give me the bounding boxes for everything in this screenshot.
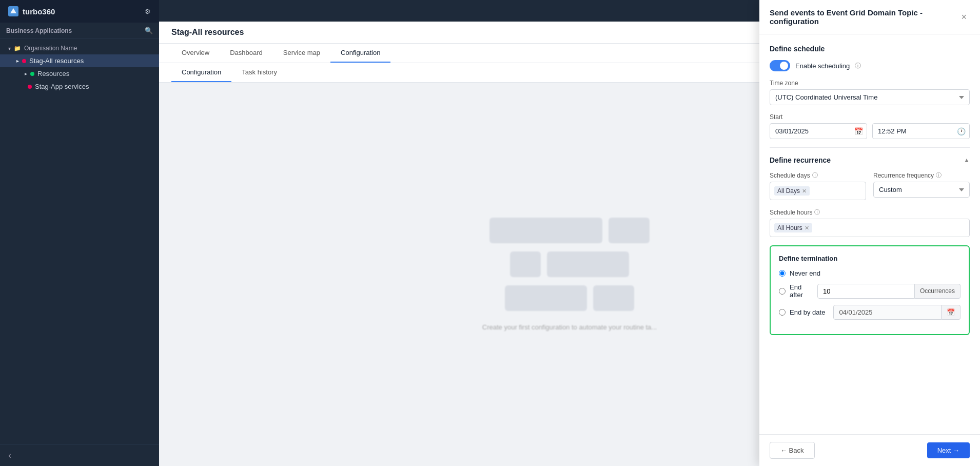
sidebar-item-stag-all[interactable]: ▸ Stag-All resources — [0, 54, 159, 67]
start-row: 📅 🕐 — [770, 123, 970, 139]
start-time-input[interactable] — [872, 123, 970, 139]
modal-footer: ← Back Next → — [759, 434, 980, 466]
schedule-days-input[interactable]: All Days ✕ — [770, 182, 866, 200]
recurrence-frequency-group: Recurrence frequency ⓘ Custom Daily Week… — [873, 171, 970, 200]
svg-marker-0 — [10, 8, 16, 13]
schedule-hours-group: Schedule hours ⓘ All Hours ✕ — [770, 208, 970, 237]
main-content: 🔍 Search Stag-All resources Overview Das… — [159, 0, 980, 466]
recurrence-frequency-label: Recurrence frequency ⓘ — [873, 171, 970, 179]
sidebar-item-resources[interactable]: ▸ Resources — [0, 67, 159, 80]
start-group: Start 📅 🕐 — [770, 113, 970, 139]
tab-configuration[interactable]: Configuration — [330, 44, 390, 63]
timezone-group: Time zone (UTC) Coordinated Universal Ti… — [770, 80, 970, 105]
ph-block-1 — [489, 218, 602, 243]
sidebar-item-stag-app[interactable]: Stag-App services — [0, 80, 159, 93]
chevron-right-icon: ▸ — [16, 58, 19, 64]
remove-all-days[interactable]: ✕ — [802, 188, 807, 195]
back-button[interactable]: ← Back — [770, 442, 815, 459]
app-name: turbo360 — [23, 7, 55, 16]
sidebar-item-org[interactable]: ▾ 📁 Organisation Name — [0, 42, 159, 54]
end-by-date-label[interactable]: End by date — [790, 308, 825, 316]
subtab-task-history[interactable]: Task history — [231, 63, 287, 82]
ph-block-2 — [609, 218, 650, 243]
subtab-configuration[interactable]: Configuration — [171, 63, 231, 82]
end-after-input-group: Occurrences — [817, 284, 961, 299]
end-after-radio[interactable] — [779, 288, 786, 295]
schedule-hours-input[interactable]: All Hours ✕ — [770, 219, 970, 237]
ph-block-4 — [547, 251, 629, 277]
sidebar: turbo360 ⚙ Business Applications 🔍 ▾ 📁 O… — [0, 0, 159, 466]
sidebar-section-title: Business Applications — [6, 27, 72, 34]
app-logo — [8, 6, 18, 16]
schedule-days-label: Schedule days ⓘ — [770, 171, 866, 179]
remove-all-hours[interactable]: ✕ — [805, 225, 809, 231]
gear-icon[interactable]: ⚙ — [145, 8, 151, 15]
stag-app-label: Stag-App services — [35, 83, 89, 90]
end-by-date-row: End by date 📅 — [779, 305, 961, 320]
start-date-input[interactable] — [770, 123, 867, 139]
end-by-date-input-group: 📅 — [833, 305, 961, 320]
end-after-input[interactable] — [817, 284, 915, 299]
status-dot-red2 — [28, 85, 32, 89]
info-icon-freq: ⓘ — [936, 171, 942, 179]
all-hours-tag: All Hours ✕ — [774, 223, 812, 232]
schedule-hours-label: Schedule hours ⓘ — [770, 208, 970, 216]
define-recurrence-title: Define recurrence ▲ — [770, 156, 970, 164]
tab-dashboard[interactable]: Dashboard — [220, 44, 273, 63]
timezone-label: Time zone — [770, 80, 970, 87]
modal-body: Define schedule Enable scheduling ⓘ Time… — [759, 34, 980, 434]
schedule-days-group: Schedule days ⓘ All Days ✕ — [770, 171, 866, 200]
calendar-suffix-icon[interactable]: 📅 — [942, 305, 961, 320]
close-button[interactable]: × — [958, 11, 970, 24]
chevron-down-icon: ▾ — [8, 46, 11, 51]
modal-panel: Send events to Event Grid Domain Topic -… — [759, 0, 980, 466]
info-icon-hours: ⓘ — [814, 208, 820, 216]
tab-overview[interactable]: Overview — [171, 44, 220, 63]
recurrence-collapse-btn[interactable]: ▲ — [964, 157, 970, 164]
placeholder-blocks — [489, 218, 650, 311]
ph-block-3 — [510, 251, 541, 277]
all-days-tag: All Days ✕ — [774, 186, 810, 196]
start-label: Start — [770, 113, 970, 121]
status-dot-green — [30, 72, 34, 76]
org-label: Organisation Name — [24, 45, 77, 52]
end-after-row: End after Occurrences — [779, 283, 961, 299]
define-schedule-title: Define schedule — [770, 45, 970, 53]
folder-icon: 📁 — [14, 45, 21, 52]
empty-text: Create your first configuration to autom… — [482, 323, 657, 331]
info-icon: ⓘ — [855, 62, 861, 70]
occurrences-suffix: Occurrences — [915, 284, 961, 299]
scheduling-toggle[interactable] — [770, 60, 790, 71]
enable-scheduling-label: Enable scheduling — [795, 62, 850, 70]
chevron-right-icon: ▸ — [25, 71, 27, 76]
tree-section: ▾ 📁 Organisation Name ▸ Stag-All resourc… — [0, 39, 159, 96]
start-date-wrap: 📅 — [770, 123, 867, 139]
timezone-select-wrap: (UTC) Coordinated Universal Time — [770, 89, 970, 105]
recurrence-row: Schedule days ⓘ All Days ✕ Recurrence fr… — [770, 171, 970, 208]
define-termination-title: Define termination — [779, 255, 961, 262]
sidebar-search-icon[interactable]: 🔍 — [145, 27, 153, 34]
info-icon-days: ⓘ — [812, 171, 818, 179]
ph-block-5 — [505, 285, 587, 311]
next-button[interactable]: Next → — [927, 442, 970, 458]
ph-block-6 — [593, 285, 634, 311]
collapse-sidebar-btn[interactable]: ‹ — [8, 450, 11, 460]
never-end-label[interactable]: Never end — [790, 269, 820, 277]
start-time-wrap: 🕐 — [872, 123, 970, 139]
end-by-date-radio[interactable] — [779, 309, 786, 316]
end-after-label[interactable]: End after — [790, 283, 809, 299]
modal-header: Send events to Event Grid Domain Topic -… — [759, 0, 980, 34]
end-by-date-input[interactable] — [833, 305, 942, 320]
timezone-select[interactable]: (UTC) Coordinated Universal Time — [770, 89, 970, 105]
frequency-select[interactable]: Custom Daily Weekly Monthly — [873, 182, 970, 198]
enable-scheduling-row: Enable scheduling ⓘ — [770, 60, 970, 71]
resources-label: Resources — [37, 70, 69, 77]
never-end-row: Never end — [779, 269, 961, 277]
tab-service-map[interactable]: Service map — [273, 44, 330, 63]
sidebar-header: turbo360 ⚙ — [0, 0, 159, 23]
frequency-select-wrap: Custom Daily Weekly Monthly — [873, 182, 970, 198]
modal-title: Send events to Event Grid Domain Topic -… — [770, 8, 958, 26]
status-dot-red — [22, 59, 26, 63]
define-termination-section: Define termination Never end End after O… — [770, 245, 970, 335]
never-end-radio[interactable] — [779, 270, 786, 277]
